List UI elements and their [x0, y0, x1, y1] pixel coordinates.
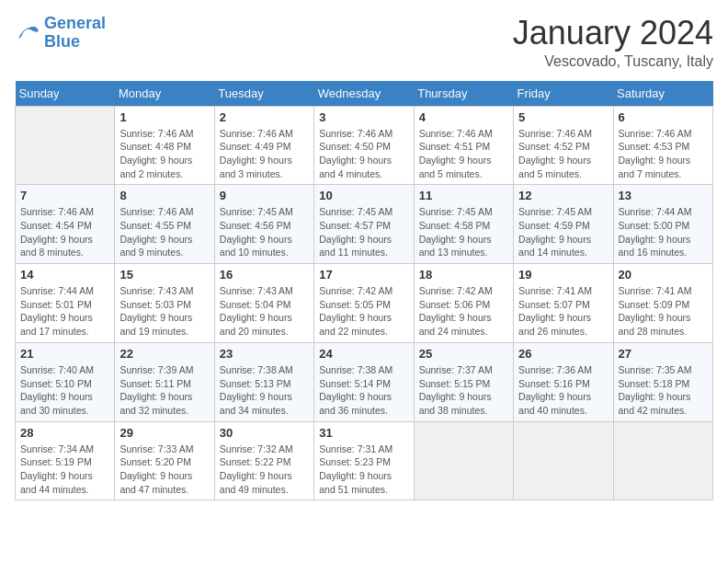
day-info: Sunrise: 7:44 AM Sunset: 5:01 PM Dayligh… [20, 284, 109, 339]
day-info: Sunrise: 7:32 AM Sunset: 5:22 PM Dayligh… [220, 442, 309, 497]
calendar-cell: 12Sunrise: 7:45 AM Sunset: 4:59 PM Dayli… [514, 185, 613, 264]
day-info: Sunrise: 7:42 AM Sunset: 5:05 PM Dayligh… [319, 284, 408, 339]
day-info: Sunrise: 7:41 AM Sunset: 5:09 PM Dayligh… [619, 284, 708, 339]
calendar-cell [414, 421, 513, 500]
month-title: January 2024 [513, 15, 713, 52]
calendar-week-row: 14Sunrise: 7:44 AM Sunset: 5:01 PM Dayli… [16, 264, 713, 343]
calendar-cell: 21Sunrise: 7:40 AM Sunset: 5:10 PM Dayli… [16, 342, 115, 421]
day-number: 16 [220, 268, 309, 282]
day-info: Sunrise: 7:45 AM Sunset: 4:59 PM Dayligh… [518, 205, 608, 259]
calendar-cell: 8Sunrise: 7:46 AM Sunset: 4:55 PM Daylig… [115, 185, 214, 264]
calendar-cell: 11Sunrise: 7:45 AM Sunset: 4:58 PM Dayli… [414, 185, 513, 264]
day-info: Sunrise: 7:38 AM Sunset: 5:14 PM Dayligh… [319, 363, 408, 418]
day-number: 31 [319, 426, 408, 440]
day-info: Sunrise: 7:40 AM Sunset: 5:10 PM Dayligh… [20, 363, 109, 418]
calendar-table: SundayMondayTuesdayWednesdayThursdayFrid… [15, 81, 713, 501]
calendar-cell: 5Sunrise: 7:46 AM Sunset: 4:52 PM Daylig… [514, 106, 613, 185]
title-section: January 2024 Vescovado, Tuscany, Italy [513, 15, 713, 70]
day-info: Sunrise: 7:37 AM Sunset: 5:15 PM Dayligh… [419, 363, 508, 418]
day-number: 1 [119, 110, 209, 124]
calendar-cell: 25Sunrise: 7:37 AM Sunset: 5:15 PM Dayli… [414, 342, 513, 421]
calendar-cell: 17Sunrise: 7:42 AM Sunset: 5:05 PM Dayli… [314, 264, 414, 343]
day-number: 12 [518, 189, 608, 202]
day-number: 27 [619, 347, 708, 361]
weekday-header-row: SundayMondayTuesdayWednesdayThursdayFrid… [16, 81, 713, 107]
day-info: Sunrise: 7:46 AM Sunset: 4:54 PM Dayligh… [20, 205, 109, 259]
day-info: Sunrise: 7:41 AM Sunset: 5:07 PM Dayligh… [518, 284, 608, 339]
day-info: Sunrise: 7:46 AM Sunset: 4:53 PM Dayligh… [619, 127, 708, 181]
day-number: 15 [119, 268, 209, 282]
day-info: Sunrise: 7:43 AM Sunset: 5:04 PM Dayligh… [220, 284, 309, 339]
day-number: 28 [20, 426, 109, 440]
calendar-week-row: 28Sunrise: 7:34 AM Sunset: 5:19 PM Dayli… [16, 421, 713, 500]
calendar-cell: 30Sunrise: 7:32 AM Sunset: 5:22 PM Dayli… [214, 421, 313, 500]
calendar-cell: 10Sunrise: 7:45 AM Sunset: 4:57 PM Dayli… [314, 185, 414, 264]
day-number: 25 [419, 347, 508, 361]
day-number: 24 [319, 347, 408, 361]
day-info: Sunrise: 7:43 AM Sunset: 5:03 PM Dayligh… [119, 284, 209, 339]
day-number: 19 [518, 268, 608, 282]
day-info: Sunrise: 7:46 AM Sunset: 4:55 PM Dayligh… [119, 205, 209, 259]
weekday-header-sunday: Sunday [16, 81, 115, 107]
weekday-header-tuesday: Tuesday [214, 81, 313, 107]
day-number: 9 [220, 189, 309, 202]
calendar-cell: 27Sunrise: 7:35 AM Sunset: 5:18 PM Dayli… [613, 342, 712, 421]
day-number: 21 [20, 347, 109, 361]
day-info: Sunrise: 7:38 AM Sunset: 5:13 PM Dayligh… [220, 363, 309, 418]
day-number: 13 [619, 189, 708, 202]
logo-text: General Blue [44, 15, 106, 52]
day-info: Sunrise: 7:45 AM Sunset: 4:58 PM Dayligh… [419, 205, 508, 259]
calendar-cell: 9Sunrise: 7:45 AM Sunset: 4:56 PM Daylig… [214, 185, 313, 264]
calendar-week-row: 1Sunrise: 7:46 AM Sunset: 4:48 PM Daylig… [16, 106, 713, 185]
weekday-header-friday: Friday [514, 81, 613, 107]
day-number: 6 [619, 110, 708, 124]
weekday-header-saturday: Saturday [613, 81, 712, 107]
day-info: Sunrise: 7:46 AM Sunset: 4:51 PM Dayligh… [419, 127, 508, 181]
calendar-cell: 18Sunrise: 7:42 AM Sunset: 5:06 PM Dayli… [414, 264, 513, 343]
day-info: Sunrise: 7:46 AM Sunset: 4:50 PM Dayligh… [319, 127, 408, 181]
calendar-cell: 7Sunrise: 7:46 AM Sunset: 4:54 PM Daylig… [16, 185, 115, 264]
day-number: 18 [419, 268, 508, 282]
day-info: Sunrise: 7:45 AM Sunset: 4:56 PM Dayligh… [220, 205, 309, 259]
calendar-week-row: 21Sunrise: 7:40 AM Sunset: 5:10 PM Dayli… [16, 342, 713, 421]
calendar-cell: 2Sunrise: 7:46 AM Sunset: 4:49 PM Daylig… [214, 106, 313, 185]
day-info: Sunrise: 7:35 AM Sunset: 5:18 PM Dayligh… [619, 363, 708, 418]
day-info: Sunrise: 7:45 AM Sunset: 4:57 PM Dayligh… [319, 205, 408, 259]
day-info: Sunrise: 7:36 AM Sunset: 5:16 PM Dayligh… [518, 363, 608, 418]
calendar-cell: 4Sunrise: 7:46 AM Sunset: 4:51 PM Daylig… [414, 106, 513, 185]
day-info: Sunrise: 7:31 AM Sunset: 5:23 PM Dayligh… [319, 442, 408, 497]
day-number: 26 [518, 347, 608, 361]
logo-line2: Blue [44, 32, 80, 51]
day-info: Sunrise: 7:39 AM Sunset: 5:11 PM Dayligh… [119, 363, 209, 418]
calendar-cell: 29Sunrise: 7:33 AM Sunset: 5:20 PM Dayli… [115, 421, 214, 500]
calendar-cell: 26Sunrise: 7:36 AM Sunset: 5:16 PM Dayli… [514, 342, 613, 421]
calendar-cell: 22Sunrise: 7:39 AM Sunset: 5:11 PM Dayli… [115, 342, 214, 421]
weekday-header-thursday: Thursday [414, 81, 513, 107]
day-number: 4 [419, 110, 508, 124]
header: General Blue January 2024 Vescovado, Tus… [15, 15, 713, 70]
day-info: Sunrise: 7:33 AM Sunset: 5:20 PM Dayligh… [119, 442, 209, 497]
day-number: 11 [419, 189, 508, 202]
day-number: 2 [220, 110, 309, 124]
weekday-header-wednesday: Wednesday [314, 81, 414, 107]
calendar-cell: 24Sunrise: 7:38 AM Sunset: 5:14 PM Dayli… [314, 342, 414, 421]
location-title: Vescovado, Tuscany, Italy [513, 53, 713, 70]
logo-line1: General [44, 14, 106, 32]
day-number: 8 [119, 189, 209, 202]
day-number: 17 [319, 268, 408, 282]
day-info: Sunrise: 7:44 AM Sunset: 5:00 PM Dayligh… [619, 205, 708, 259]
logo: General Blue [15, 15, 106, 52]
day-number: 22 [119, 347, 209, 361]
calendar-cell: 23Sunrise: 7:38 AM Sunset: 5:13 PM Dayli… [214, 342, 313, 421]
calendar-cell: 15Sunrise: 7:43 AM Sunset: 5:03 PM Dayli… [115, 264, 214, 343]
calendar-cell: 20Sunrise: 7:41 AM Sunset: 5:09 PM Dayli… [613, 264, 712, 343]
calendar-cell: 28Sunrise: 7:34 AM Sunset: 5:19 PM Dayli… [16, 421, 115, 500]
day-number: 29 [119, 426, 209, 440]
day-number: 7 [20, 189, 109, 202]
calendar-cell [16, 106, 115, 185]
day-number: 5 [518, 110, 608, 124]
svg-rect-0 [15, 20, 40, 46]
day-number: 20 [619, 268, 708, 282]
day-info: Sunrise: 7:42 AM Sunset: 5:06 PM Dayligh… [419, 284, 508, 339]
day-info: Sunrise: 7:46 AM Sunset: 4:49 PM Dayligh… [220, 127, 309, 181]
